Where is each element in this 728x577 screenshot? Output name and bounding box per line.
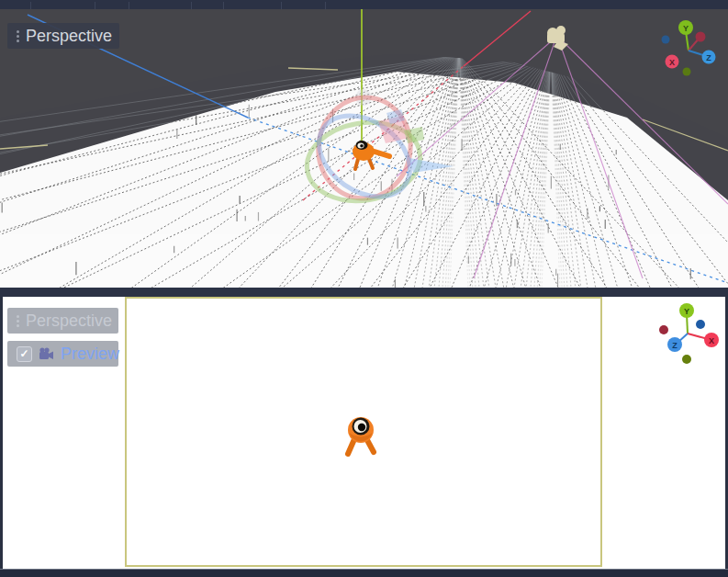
3d-editor: Y X Z Perspective: [0, 0, 728, 577]
viewport-camera-preview[interactable]: Y X Z Perspective ✓ Preview: [3, 297, 725, 569]
axis-label-x: X: [669, 58, 675, 67]
toolbar-separator: [30, 2, 31, 9]
preview-canvas[interactable]: Y X Z: [3, 297, 725, 569]
menu-dots-icon: [17, 30, 19, 42]
toolbar-separator: [129, 2, 129, 9]
menu-dots-icon: [17, 315, 19, 327]
scene-canvas[interactable]: Y X Z: [0, 9, 728, 288]
preview-label: Preview: [61, 345, 119, 364]
viewport-label: Perspective: [26, 311, 112, 331]
viewport-3d-editor[interactable]: Y X Z Perspective: [0, 9, 728, 288]
axis-label-x: X: [709, 336, 714, 345]
axis-label-y: Y: [684, 307, 689, 316]
axis-ball-neg[interactable]: [682, 355, 691, 364]
viewport-separator[interactable]: [0, 288, 728, 297]
toolbar-separator: [223, 2, 224, 9]
toolbar-separator: [191, 2, 192, 9]
axis-label-z: Z: [672, 341, 678, 350]
bottom-panel-strip: [0, 569, 728, 577]
axis-ball-neg[interactable]: [662, 36, 670, 44]
perspective-menu-button[interactable]: Perspective: [7, 23, 119, 49]
axis-label-z: Z: [706, 53, 711, 62]
top-toolbar-strip: [0, 0, 728, 9]
axis-ball-neg[interactable]: [683, 68, 691, 76]
toolbar-separator: [281, 2, 282, 9]
axis-ball-neg[interactable]: [659, 325, 668, 334]
preview-checkbox[interactable]: ✓: [17, 346, 32, 362]
axis-ball-neg[interactable]: [696, 320, 705, 329]
video-camera-icon: [39, 347, 54, 360]
axis-ball-neg[interactable]: [696, 32, 706, 42]
preview-toggle[interactable]: ✓ Preview: [7, 341, 118, 367]
check-icon: ✓: [19, 348, 28, 359]
toolbar-separator: [95, 2, 95, 9]
perspective-menu-button[interactable]: Perspective: [7, 308, 118, 334]
toolbar-separator: [325, 2, 326, 9]
axis-label-y: Y: [683, 24, 689, 33]
viewport-label: Perspective: [26, 27, 112, 46]
